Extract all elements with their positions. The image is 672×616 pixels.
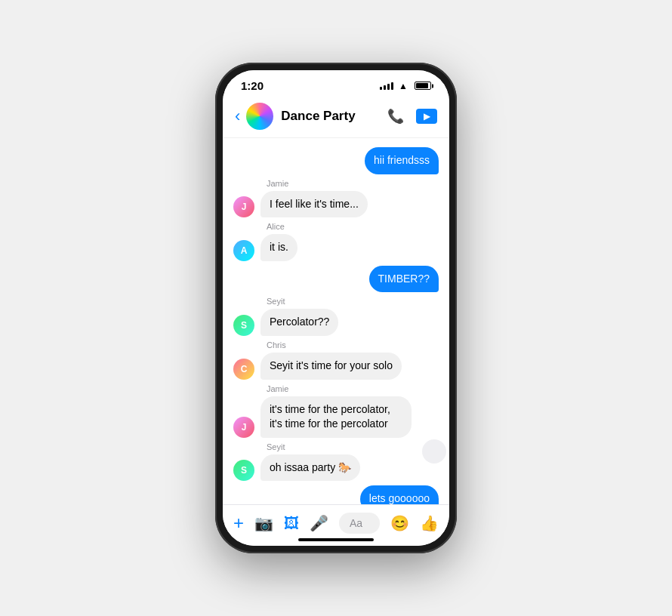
phone-screen: 1:20 ▲ ‹ Dance Party 📞 bbox=[223, 70, 449, 546]
message-text: it's time for the percolator, it's time … bbox=[270, 403, 390, 430]
avatar: A bbox=[233, 240, 254, 261]
message-group-seyit2: Seyit S oh issaa party 🐎 bbox=[233, 442, 439, 482]
message-group-seyit1: Seyit S Percolator?? bbox=[233, 297, 439, 336]
sender-name: Jamie bbox=[267, 384, 439, 393]
message-group-jamie1: Jamie J I feel like it's time... bbox=[233, 179, 439, 218]
message-bubble: it's time for the percolator, it's time … bbox=[260, 396, 412, 438]
message-row: C Seyit it's time for your solo bbox=[233, 353, 439, 380]
video-icon: ▶ bbox=[424, 111, 430, 122]
sender-name: Seyit bbox=[267, 442, 439, 451]
back-button[interactable]: ‹ bbox=[235, 106, 240, 126]
header-actions: 📞 ▶ bbox=[387, 108, 437, 125]
message-bubble: Percolator?? bbox=[260, 309, 338, 336]
input-placeholder: Aa bbox=[350, 517, 362, 529]
signal-icon bbox=[380, 82, 393, 90]
avatar: J bbox=[233, 196, 254, 217]
message-text: TIMBER?? bbox=[378, 273, 430, 285]
message-bubble: I feel like it's time... bbox=[260, 191, 368, 218]
phone-frame: 1:20 ▲ ‹ Dance Party 📞 bbox=[215, 63, 457, 553]
message-bubble: Seyit it's time for your solo bbox=[260, 353, 402, 380]
phone-call-button[interactable]: 📞 bbox=[387, 108, 404, 125]
wifi-icon: ▲ bbox=[399, 81, 408, 91]
message-text: it is. bbox=[270, 241, 288, 253]
emoji-button[interactable]: 😊 bbox=[390, 514, 409, 532]
messages-list: hii friendsss Jamie J I feel like it's t… bbox=[223, 138, 449, 504]
avatar: S bbox=[233, 315, 254, 336]
battery-icon bbox=[415, 82, 431, 90]
message-input[interactable]: Aa bbox=[339, 513, 380, 534]
avatar: C bbox=[233, 359, 254, 380]
sender-name: Chris bbox=[267, 340, 439, 350]
video-call-button[interactable]: ▶ bbox=[416, 109, 437, 124]
status-bar: 1:20 ▲ bbox=[223, 70, 449, 97]
message-bubble: lets goooooo bbox=[360, 485, 439, 504]
message-text: lets goooooo bbox=[369, 492, 430, 504]
message-row: hii friendsss bbox=[233, 147, 439, 174]
group-avatar bbox=[246, 103, 273, 130]
message-bubble: oh issaa party 🐎 bbox=[260, 454, 360, 482]
camera-button[interactable]: 📷 bbox=[254, 514, 273, 532]
message-bubble: hii friendsss bbox=[365, 147, 439, 174]
message-text: oh issaa party 🐎 bbox=[270, 461, 351, 473]
message-text: Seyit it's time for your solo bbox=[270, 359, 393, 371]
message-group-chris: Chris C Seyit it's time for your solo bbox=[233, 340, 439, 380]
chat-title: Dance Party bbox=[281, 109, 387, 124]
message-bubble: TIMBER?? bbox=[369, 266, 439, 293]
message-row: TIMBER?? bbox=[233, 266, 439, 293]
status-time: 1:20 bbox=[241, 79, 264, 92]
home-indicator bbox=[298, 538, 374, 541]
message-row: S Percolator?? bbox=[233, 309, 439, 336]
message-row: J I feel like it's time... bbox=[233, 191, 439, 218]
message-group-jamie2: Jamie J it's time for the percolator, it… bbox=[233, 384, 439, 438]
status-icons: ▲ bbox=[380, 81, 431, 91]
avatar: S bbox=[233, 460, 254, 481]
photo-button[interactable]: 🖼 bbox=[284, 515, 299, 532]
message-text: Percolator?? bbox=[270, 316, 329, 328]
mic-button[interactable]: 🎤 bbox=[310, 514, 328, 532]
sender-name: Alice bbox=[267, 222, 439, 231]
sender-name: Seyit bbox=[267, 297, 439, 306]
message-row: A it is. bbox=[233, 234, 439, 261]
chat-header: ‹ Dance Party 📞 ▶ bbox=[223, 97, 449, 138]
message-row: J it's time for the percolator, it's tim… bbox=[233, 396, 439, 438]
add-button[interactable]: + bbox=[233, 513, 244, 534]
avatar: J bbox=[233, 417, 254, 438]
thumbs-up-button[interactable]: 👍 bbox=[420, 514, 439, 532]
message-group-alice: Alice A it is. bbox=[233, 222, 439, 261]
message-row: lets goooooo 👍 bbox=[233, 485, 439, 504]
sender-name: Jamie bbox=[267, 179, 439, 188]
message-row: S oh issaa party 🐎 bbox=[233, 454, 439, 482]
message-text: I feel like it's time... bbox=[270, 198, 359, 210]
message-bubble: it is. bbox=[260, 234, 297, 261]
message-text: hii friendsss bbox=[374, 154, 430, 166]
